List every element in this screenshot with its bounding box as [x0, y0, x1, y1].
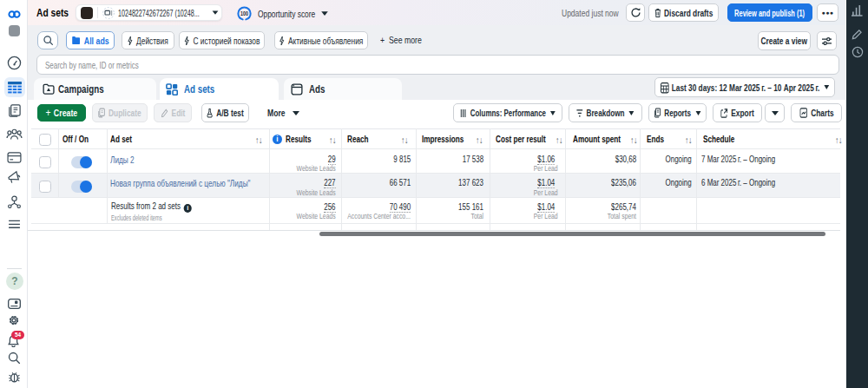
svg-text:100: 100 — [240, 10, 248, 16]
